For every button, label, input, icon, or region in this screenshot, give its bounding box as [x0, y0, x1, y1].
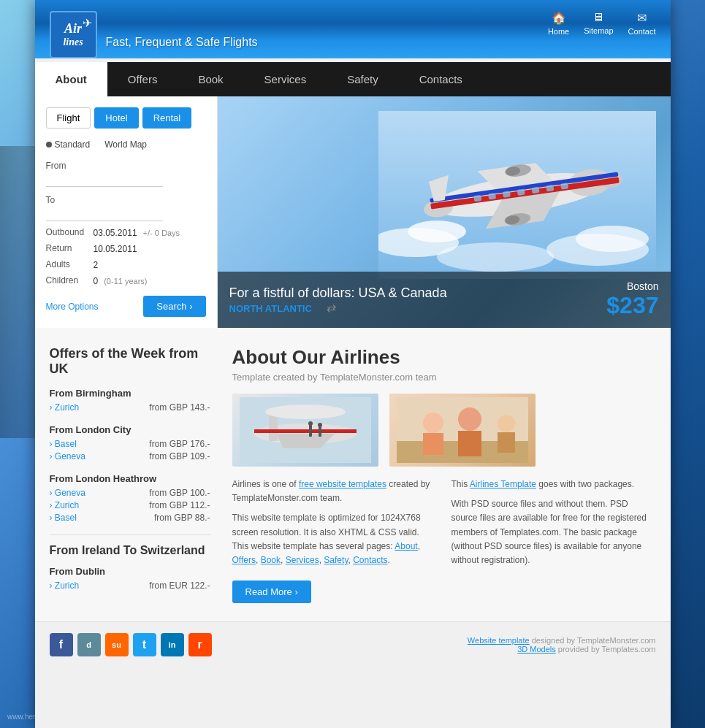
- stumbleupon-icon[interactable]: su: [105, 633, 129, 656]
- svg-rect-20: [546, 185, 554, 191]
- offer-dest-basel-2[interactable]: Basel: [50, 513, 77, 523]
- more-options-link[interactable]: More Options: [46, 302, 99, 312]
- airlines-template-link[interactable]: Airlines Template: [470, 479, 536, 489]
- reddit-icon[interactable]: r: [188, 633, 212, 656]
- offer-dest-zurich-2[interactable]: Zurich: [50, 500, 80, 510]
- search-footer: More Options Search ›: [46, 296, 206, 317]
- svg-point-35: [318, 423, 322, 427]
- offer-row: Geneva from GBP 100.-: [50, 488, 210, 498]
- banner-price-area: Boston $237: [606, 280, 658, 319]
- svg-point-33: [308, 421, 313, 426]
- contact-nav-icon[interactable]: ✉ Contact: [628, 11, 656, 36]
- services-link[interactable]: Services: [286, 555, 319, 565]
- radio-group: Standard World Map: [46, 139, 206, 150]
- sitemap-icon: 🖥: [592, 11, 604, 24]
- free-templates-link[interactable]: free website templates: [299, 479, 386, 489]
- svg-rect-17: [502, 191, 510, 197]
- search-button[interactable]: Search ›: [143, 296, 205, 317]
- offer-row: Basel from GBP 176.-: [50, 439, 210, 449]
- book-link[interactable]: Book: [261, 555, 281, 565]
- linkedin-icon[interactable]: in: [161, 633, 184, 656]
- offer-from-london-city: From London City: [50, 424, 210, 435]
- svg-rect-41: [458, 431, 481, 456]
- about-images: [232, 394, 656, 467]
- offer-row: Geneva from GBP 109.-: [50, 451, 210, 461]
- svg-point-2: [408, 221, 466, 242]
- offer-dest-basel-1[interactable]: Basel: [50, 439, 77, 449]
- return-row: Return 10.05.2011: [46, 243, 206, 255]
- content-area: Flight Hotel Rental Standard World Map F…: [35, 96, 671, 328]
- offer-row: Zurich from EUR 122.-: [50, 581, 210, 591]
- sitemap-label: Sitemap: [584, 26, 613, 35]
- to-row: To: [46, 193, 206, 221]
- from-row: From: [46, 158, 206, 187]
- banner-bottom: For a fistful of dollars: USA & Canada N…: [218, 272, 671, 328]
- svg-rect-21: [560, 183, 568, 189]
- banner-city: Boston: [606, 280, 658, 292]
- offer-price-1: from GBP 143.-: [149, 402, 210, 413]
- facebook-icon[interactable]: f: [50, 633, 73, 656]
- 3d-models-link[interactable]: 3D Models: [517, 645, 556, 654]
- ireland-title: From Ireland To Switzerland: [50, 544, 210, 557]
- nav-item-offers[interactable]: Offers: [107, 62, 178, 96]
- banner-title: For a fistful of dollars: USA & Canada: [229, 286, 447, 301]
- offer-row: Zurich from GBP 143.-: [50, 402, 210, 413]
- svg-rect-32: [309, 425, 312, 437]
- read-more-button[interactable]: Read More ›: [232, 581, 311, 603]
- svg-rect-15: [473, 195, 481, 202]
- lower-content: Offers of the Week from UK From Birmingh…: [35, 328, 671, 621]
- twitter-icon[interactable]: t: [133, 633, 156, 656]
- offer-dest-zurich-3[interactable]: Zurich: [50, 581, 80, 591]
- offers-title: Offers of the Week from UK: [50, 346, 210, 377]
- nav-item-contacts[interactable]: Contacts: [399, 62, 483, 96]
- svg-point-30: [265, 405, 346, 419]
- nav-item-about[interactable]: About: [35, 62, 107, 96]
- offer-from-heathrow: From London Heathrow: [50, 473, 210, 484]
- home-nav-icon[interactable]: 🏠 Home: [548, 11, 569, 36]
- offer-dest-geneva-2[interactable]: Geneva: [50, 488, 85, 498]
- website-template-link[interactable]: Website template: [468, 636, 530, 645]
- radio-standard[interactable]: Standard: [46, 139, 91, 150]
- offer-row: Basel from GBP 88.-: [50, 513, 210, 523]
- about-subtitle: Template created by TemplateMonster.com …: [232, 372, 656, 383]
- svg-point-38: [423, 413, 443, 433]
- delicious-icon[interactable]: d: [77, 633, 101, 656]
- nav-item-book[interactable]: Book: [178, 62, 243, 96]
- tab-rental[interactable]: Rental: [142, 107, 192, 129]
- banner-info: For a fistful of dollars: USA & Canada N…: [229, 286, 447, 315]
- nav-item-safety[interactable]: Safety: [327, 62, 399, 96]
- svg-rect-31: [254, 429, 357, 433]
- header-nav-icons: 🏠 Home 🖥 Sitemap ✉ Contact: [548, 11, 656, 36]
- footer-links: Website template designed by TemplateMon…: [468, 636, 656, 654]
- offer-dest-geneva-1[interactable]: Geneva: [50, 451, 85, 461]
- sitemap-nav-icon[interactable]: 🖥 Sitemap: [584, 11, 613, 36]
- from-input[interactable]: [46, 173, 163, 187]
- about-text-4: With PSD source files and without them. …: [451, 497, 656, 567]
- tab-flight[interactable]: Flight: [46, 107, 91, 129]
- offers-link[interactable]: Offers: [232, 555, 256, 565]
- svg-rect-19: [531, 187, 539, 194]
- logo-area: ✈ Air lines Fast, Frequent & Safe Flight…: [50, 11, 258, 58]
- offer-price-7: from EUR 122.-: [149, 581, 210, 591]
- contacts-link[interactable]: Contacts: [353, 555, 387, 565]
- offer-price-3: from GBP 109.-: [149, 451, 210, 461]
- nav-item-services[interactable]: Services: [244, 62, 327, 96]
- banner-area: For a fistful of dollars: USA & Canada N…: [218, 96, 671, 328]
- to-input[interactable]: [46, 207, 163, 221]
- svg-rect-34: [319, 426, 321, 437]
- adults-row: Adults 2: [46, 259, 206, 271]
- about-content: About Our Airlines Template created by T…: [232, 346, 656, 603]
- social-icons: f d su t in r: [50, 633, 212, 656]
- radio-worldmap[interactable]: World Map: [104, 139, 147, 150]
- safety-link[interactable]: Safety: [324, 555, 348, 565]
- about-link[interactable]: About: [395, 541, 417, 551]
- offer-dest-zurich-1[interactable]: Zurich: [50, 402, 80, 413]
- svg-point-40: [458, 407, 481, 431]
- tab-hotel[interactable]: Hotel: [94, 107, 138, 129]
- home-icon: 🏠: [552, 11, 566, 25]
- about-img-passengers: [389, 394, 536, 467]
- about-col-2: This Airlines Template goes with two pac…: [451, 478, 656, 603]
- offer-london-heathrow: From London Heathrow Geneva from GBP 100…: [50, 473, 210, 523]
- plane-icon: ✈: [83, 16, 92, 30]
- banner-subtitle: NORTH ATLANTIC: [229, 303, 312, 314]
